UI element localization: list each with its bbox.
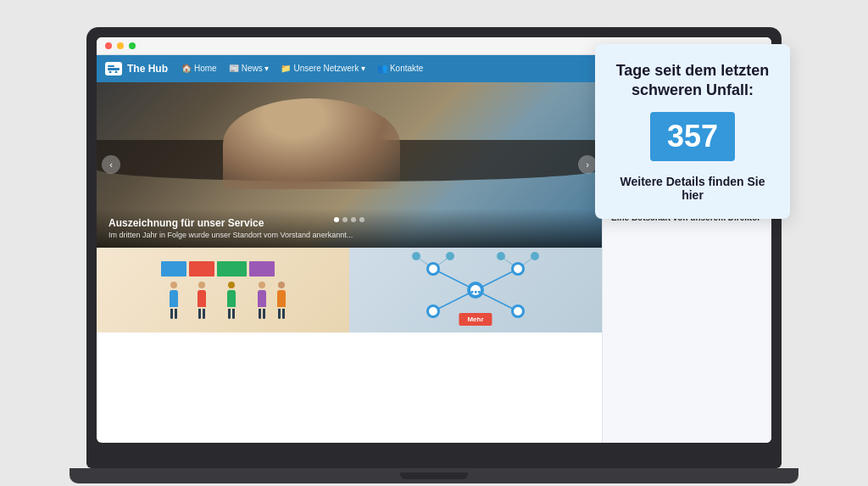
svg-point-3 (115, 70, 118, 73)
hero-slider: Auszeichnung für unser Service Im dritte… (97, 82, 602, 248)
hero-subtitle: Im dritten Jahr in Folge wurde unser Sta… (108, 231, 590, 239)
popup-link[interactable]: Weitere Details finden Sie hier (614, 175, 771, 202)
thumb-row: ●●● (97, 248, 602, 332)
nav-item-home[interactable]: 🏠 Home (181, 64, 217, 73)
popup-number: 357 (650, 112, 735, 161)
nav-item-kontakte[interactable]: 👥 Kontakte (377, 64, 423, 73)
svg-point-26 (531, 252, 539, 260)
person-3 (217, 261, 247, 319)
browser-dot-maximize[interactable] (129, 42, 136, 49)
thumb-network[interactable]: ●●● (349, 248, 602, 332)
hub-nav-items: 🏠 Home 📰 News ▾ 📁 Unsere Netzwerk ▾ 👥 Ko… (181, 64, 423, 73)
hero-arrow-left[interactable]: ‹ (102, 155, 120, 174)
thumb-people[interactable] (97, 248, 349, 332)
popup-title: Tage seit dem letzten schweren Unfall: (614, 61, 771, 101)
hero-dot-1[interactable] (334, 217, 339, 222)
svg-point-18 (514, 265, 522, 273)
hero-dots (334, 217, 364, 222)
laptop-shell: Tage seit dem letzten schweren Unfall: 3… (70, 19, 798, 468)
svg-rect-1 (108, 65, 114, 67)
svg-point-20 (429, 307, 437, 316)
person-5 (277, 263, 286, 319)
hero-arrow-right[interactable]: › (578, 155, 597, 174)
person-2 (189, 261, 214, 319)
svg-point-24 (446, 252, 454, 260)
svg-point-22 (514, 307, 522, 316)
hero-overlay: Auszeichnung für unser Service Im dritte… (97, 209, 602, 248)
mehr-button[interactable]: Mehr (459, 313, 492, 326)
nav-item-netzwerk[interactable]: 📁 Unsere Netzwerk ▾ (281, 64, 364, 73)
person-4 (249, 261, 275, 319)
svg-point-16 (429, 265, 437, 273)
browser-dot-minimize[interactable] (117, 42, 124, 49)
nav-netzwerk-label: Unsere Netzwerk ▾ (293, 64, 364, 73)
home-icon: 🏠 (181, 64, 192, 73)
svg-point-2 (109, 70, 112, 73)
hero-dot-2[interactable] (342, 217, 348, 222)
browser-dot-close[interactable] (105, 42, 112, 49)
laptop-base (70, 468, 798, 483)
svg-text:●●●: ●●● (470, 288, 481, 294)
svg-point-25 (497, 252, 505, 260)
people-illustration (154, 254, 292, 326)
popup-card: Tage seit dem letzten schweren Unfall: 3… (595, 44, 790, 220)
hero-dot-3[interactable] (351, 217, 356, 222)
hub-logo-text: The Hub (127, 63, 168, 75)
nav-item-news[interactable]: 📰 News ▾ (229, 64, 270, 73)
nav-kontakte-label: Kontakte (390, 64, 423, 73)
netzwerk-icon: 📁 (281, 64, 291, 73)
hero-dot-4[interactable] (359, 217, 364, 222)
hub-logo-icon (105, 62, 122, 75)
svg-point-23 (412, 252, 420, 260)
news-icon: 📰 (229, 64, 239, 73)
svg-rect-0 (108, 68, 120, 70)
nav-news-label: News ▾ (242, 64, 270, 73)
person-1 (161, 261, 186, 319)
hub-logo[interactable]: The Hub (105, 62, 168, 75)
left-panel: Auszeichnung für unser Service Im dritte… (97, 82, 602, 443)
nav-home-label: Home (194, 64, 217, 73)
kontakte-icon: 👥 (377, 64, 387, 73)
